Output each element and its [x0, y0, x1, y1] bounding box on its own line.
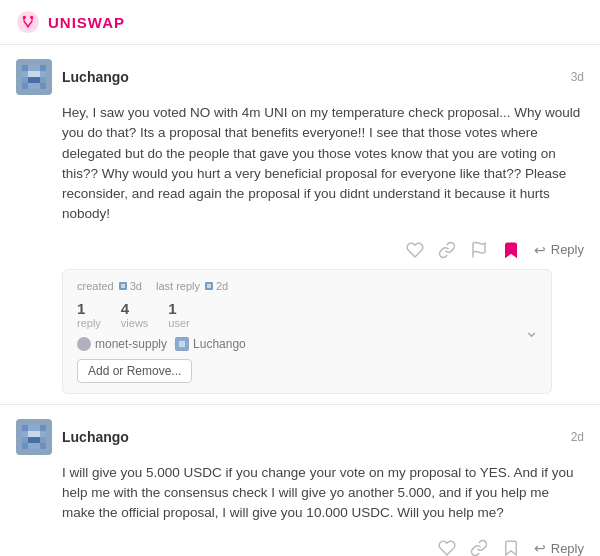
- svg-rect-37: [40, 437, 46, 443]
- post-2-actions: ↩ Reply: [62, 533, 584, 556]
- svg-rect-8: [28, 71, 34, 77]
- svg-point-0: [17, 11, 39, 33]
- svg-rect-27: [28, 425, 34, 431]
- participant-name-1[interactable]: monet-supply: [95, 337, 167, 351]
- reply-arrow-icon: ↩: [534, 242, 546, 258]
- created-value: 3d: [130, 280, 142, 292]
- svg-rect-15: [22, 83, 28, 89]
- svg-rect-18: [40, 83, 46, 89]
- user-count: 1: [168, 300, 176, 317]
- post-2-reply-button[interactable]: ↩ Reply: [534, 540, 584, 556]
- bookmark-icon[interactable]: [502, 241, 520, 259]
- svg-point-2: [30, 16, 33, 19]
- svg-rect-40: [34, 443, 40, 449]
- uniswap-logo: [16, 10, 40, 34]
- svg-rect-7: [22, 71, 28, 77]
- reply-label: Reply: [551, 242, 584, 257]
- svg-rect-9: [34, 71, 40, 77]
- svg-rect-33: [40, 431, 46, 437]
- svg-rect-10: [40, 71, 46, 77]
- reply-text: reply: [77, 317, 101, 329]
- like-icon-2[interactable]: [438, 539, 456, 556]
- views-text: views: [121, 317, 149, 329]
- participant-avatar-1: [77, 337, 91, 351]
- svg-rect-12: [28, 77, 34, 83]
- created-date: created 3d: [77, 280, 142, 292]
- svg-rect-4: [28, 65, 34, 71]
- svg-rect-21: [121, 284, 125, 288]
- svg-rect-3: [22, 65, 28, 71]
- svg-rect-36: [34, 437, 40, 443]
- meta-participants: monet-supply Luchango: [77, 337, 537, 351]
- svg-rect-25: [179, 341, 185, 347]
- person-icon: [118, 281, 128, 291]
- created-label: created: [77, 280, 114, 292]
- svg-rect-13: [34, 77, 40, 83]
- svg-rect-32: [34, 431, 40, 437]
- avatar: [16, 59, 52, 95]
- link-icon[interactable]: [438, 241, 456, 259]
- svg-rect-5: [34, 65, 40, 71]
- participant-luchango: Luchango: [175, 337, 246, 351]
- svg-rect-16: [28, 83, 34, 89]
- post-1-timestamp: 3d: [571, 70, 584, 84]
- collapse-button[interactable]: ⌄: [524, 320, 539, 342]
- user-count-block: 1 user: [168, 300, 189, 329]
- reply-count: 1: [77, 300, 85, 317]
- svg-rect-11: [22, 77, 28, 83]
- svg-point-1: [23, 16, 26, 19]
- svg-rect-6: [40, 65, 46, 71]
- participant-avatar-2: [175, 337, 189, 351]
- link-icon-2[interactable]: [470, 539, 488, 556]
- svg-rect-35: [28, 437, 34, 443]
- post-2-body: I will give you 5.000 USDC if you change…: [62, 463, 584, 524]
- post-2-header: Luchango 2d: [16, 419, 584, 455]
- svg-rect-26: [22, 425, 28, 431]
- svg-rect-38: [22, 443, 28, 449]
- svg-rect-30: [22, 431, 28, 437]
- svg-rect-31: [28, 431, 34, 437]
- post-2: Luchango 2d I will give you 5.000 USDC i…: [0, 405, 600, 557]
- views-count-block: 4 views: [121, 300, 149, 329]
- participant-monet: monet-supply: [77, 337, 167, 351]
- meta-dates: created 3d last reply 2d: [77, 280, 537, 292]
- meta-stats: 1 reply 4 views 1 user: [77, 300, 537, 329]
- reply-label-2: Reply: [551, 541, 584, 556]
- avatar-2: [16, 419, 52, 455]
- add-remove-button[interactable]: Add or Remove...: [77, 359, 192, 383]
- svg-rect-29: [40, 425, 46, 431]
- last-reply-label: last reply: [156, 280, 200, 292]
- post-1-meta: created 3d last reply 2d 1 reply 4: [62, 269, 552, 394]
- svg-rect-28: [34, 425, 40, 431]
- svg-rect-14: [40, 77, 46, 83]
- last-reply-value: 2d: [216, 280, 228, 292]
- reply-count-block: 1 reply: [77, 300, 101, 329]
- post-1-header: Luchango 3d: [16, 59, 584, 95]
- user-text: user: [168, 317, 189, 329]
- post-1: Luchango 3d Hey, I saw you voted NO with…: [0, 45, 600, 405]
- post-2-timestamp: 2d: [571, 430, 584, 444]
- post-1-reply-button[interactable]: ↩ Reply: [534, 242, 584, 258]
- bookmark-icon-2[interactable]: [502, 539, 520, 556]
- views-count: 4: [121, 300, 129, 317]
- like-icon[interactable]: [406, 241, 424, 259]
- svg-rect-39: [28, 443, 34, 449]
- post-1-body: Hey, I saw you voted NO with 4m UNI on m…: [62, 103, 584, 225]
- svg-rect-34: [22, 437, 28, 443]
- post-1-username[interactable]: Luchango: [62, 69, 129, 85]
- app-title: UNISWAP: [48, 14, 125, 31]
- svg-rect-41: [40, 443, 46, 449]
- post-2-username[interactable]: Luchango: [62, 429, 129, 445]
- svg-rect-23: [207, 284, 211, 288]
- svg-rect-17: [34, 83, 40, 89]
- reply-arrow-icon-2: ↩: [534, 540, 546, 556]
- person-icon-2: [204, 281, 214, 291]
- post-1-actions: ↩ Reply: [62, 235, 584, 265]
- app-header: UNISWAP: [0, 0, 600, 45]
- flag-icon[interactable]: [470, 241, 488, 259]
- last-reply-date: last reply 2d: [156, 280, 228, 292]
- participant-name-2[interactable]: Luchango: [193, 337, 246, 351]
